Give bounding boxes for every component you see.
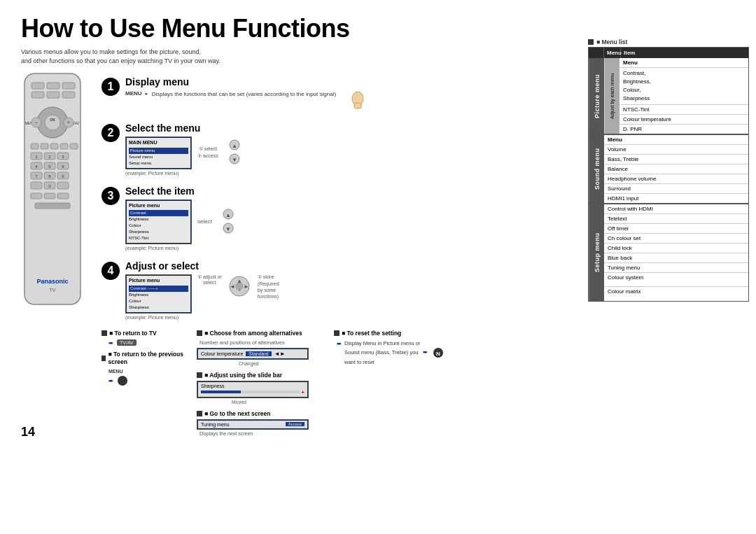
picture-menu-section: Picture menu Adjust by each menu Menu Co… (589, 58, 748, 135)
reset-arrow: ➨ (337, 340, 342, 347)
slide-bar-bg (201, 391, 300, 393)
ch-colour-set-item: Ch colour set (604, 234, 748, 244)
svg-rect-42 (57, 182, 69, 189)
slide-screen-mockup: Sharpness + (197, 381, 309, 398)
menu-list-container: ■ Menu list Menu Item Picture menu Adjus… (588, 38, 749, 302)
svg-rect-19 (60, 143, 68, 149)
step-2-arrows: ▲ ▼ (224, 138, 245, 167)
step-2-number: 2 (102, 124, 120, 142)
return-prev-label: ■ To return to the previous screen (108, 351, 186, 366)
bullet-icon-2 (102, 356, 106, 361)
step-1-icon (347, 90, 368, 113)
svg-text:N: N (436, 351, 440, 357)
next-screen-label: ■ Go to the next screen (204, 410, 270, 417)
page-number: 14 (21, 425, 35, 440)
svg-text:◄: ◄ (230, 283, 235, 290)
step-1-menu-label: MENU (125, 90, 142, 97)
return-to-previous: ■ To return to the previous screen (102, 351, 186, 366)
step-1-description: Displays the functions that can be set (… (152, 90, 336, 99)
alt-screen-value: Standard (246, 351, 271, 356)
hdmi1-input-item: HDMI1 input (604, 194, 748, 203)
step-3-select: select (197, 218, 212, 225)
volume-item: Volume (604, 145, 748, 155)
svg-rect-17 (41, 143, 48, 149)
reset-label: ■ To reset the setting (342, 330, 401, 337)
next-screen-mockup: Tuning menu Access (197, 419, 309, 430)
svg-rect-46 (35, 203, 70, 209)
svg-rect-5 (47, 92, 59, 98)
return-section: ■ To return to TV ➨ TV/AV ■ To return to… (102, 330, 186, 436)
slide-plus: + (301, 389, 304, 395)
menu-btn-row: MENU ➨ (108, 369, 186, 386)
svg-rect-6 (62, 92, 75, 98)
step-1-number: 1 (102, 78, 120, 96)
svg-rect-43 (31, 193, 42, 199)
svg-text:OK: OK (50, 118, 55, 122)
tv-av-button: TV/AV (117, 339, 136, 346)
teletext-item: Teletext (604, 214, 748, 224)
adjust-each-label: Adjust by each menu (604, 58, 620, 134)
remote-control: OK MENU TV/AV − + 1 2 3 4 (21, 70, 84, 308)
return-to-tv-label: ■ To return to TV (109, 330, 157, 337)
bullet-icon (102, 330, 107, 336)
reset-arrow-2: ➨ (423, 349, 428, 356)
svg-rect-50 (354, 103, 361, 108)
svg-point-64 (236, 283, 243, 290)
svg-text:▼: ▼ (232, 157, 237, 163)
blue-back-item: Blue back (604, 253, 748, 263)
off-timer-item: Off timer (604, 224, 748, 234)
menu-table: Menu Item Picture menu Adjust by each me… (588, 47, 749, 302)
item-col-header: Item (621, 48, 748, 58)
reset-instructions: ➨ Display Menu in Picture menu or Sound … (337, 339, 460, 367)
svg-text:TV: TV (50, 288, 56, 293)
balance-item: Balance (604, 164, 748, 174)
colour-temperature-item: Colour temperature (620, 115, 748, 125)
step-4-number: 4 (102, 262, 120, 280)
step-2-screen: MAIN MENU Picture menu Sound menu Setup … (125, 136, 192, 169)
sound-menu-label: Sound menu (589, 135, 604, 203)
next-access-btn: Access (286, 422, 304, 426)
setup-menu-section: Setup menu Control with HDMI Teletext Of… (589, 204, 748, 301)
svg-point-65 (118, 376, 127, 386)
tv-av-row: ➨ TV/AV (108, 339, 186, 346)
picture-menu-group: Contrast,Brightness,Colour,Sharpness (620, 68, 748, 105)
svg-text:−: − (34, 119, 38, 126)
colour-system-item: Colour system (604, 273, 748, 287)
step-4-arrows: ▲ ▼ ◄ ► (227, 274, 252, 300)
slide-label: ■ Adjust using the slide bar (204, 372, 282, 379)
picture-menu-label: Picture menu (589, 58, 604, 134)
svg-rect-1 (31, 83, 44, 89)
page-container: How to Use Menu Functions Various menus … (0, 0, 756, 450)
step-4-screen: Picture menu Contrast ——+ Brightness Col… (125, 274, 192, 314)
step-3-screen: Picture menu Contrast Brightness Colour … (125, 199, 192, 245)
menu-btn-label: MENU (108, 369, 186, 374)
step-4-notes: ② store (Required by some functions) (258, 274, 279, 299)
bullet-icon-3 (197, 330, 202, 336)
bullet-icon-5 (197, 411, 202, 416)
step-2-nav: ① select ② access (197, 146, 218, 159)
ntsc-tint-item: NTSC-Tint (620, 105, 748, 115)
alt-screen-mockup: Colour temperature Standard ◄► (197, 348, 309, 360)
picture-menu-items: Adjust by each menu Menu Contrast,Bright… (604, 58, 748, 134)
svg-text:▲: ▲ (232, 143, 237, 149)
control-hdmi-item: Control with HDMI (604, 204, 748, 214)
bullet-icon-4 (197, 372, 202, 378)
dpnr-item: D. PNR (620, 125, 748, 134)
next-screen-note: Displays the next screen (200, 431, 323, 436)
menu-circle-icon (117, 375, 128, 386)
alternatives-section: ■ Choose from among alternatives Number … (197, 330, 323, 436)
svg-rect-2 (47, 83, 59, 89)
svg-text:▲: ▲ (225, 212, 231, 218)
bullet-icon-6 (334, 330, 340, 336)
svg-text:+: + (66, 119, 70, 126)
svg-text:▼: ▼ (225, 226, 231, 232)
colour-matrix-item: Colour matrix (604, 287, 748, 301)
sound-menu-header-item: Menu (604, 135, 748, 145)
return-to-tv: ■ To return to TV (102, 330, 186, 337)
svg-rect-39 (31, 182, 42, 189)
bottom-area: ■ To return to TV ➨ TV/AV ■ To return to… (102, 330, 735, 436)
step-1-arrow: ● (145, 91, 148, 96)
svg-text:Panasonic: Panasonic (36, 278, 68, 285)
menu-list-title: ■ Menu list (588, 38, 749, 45)
setup-menu-label: Setup menu (589, 204, 604, 301)
